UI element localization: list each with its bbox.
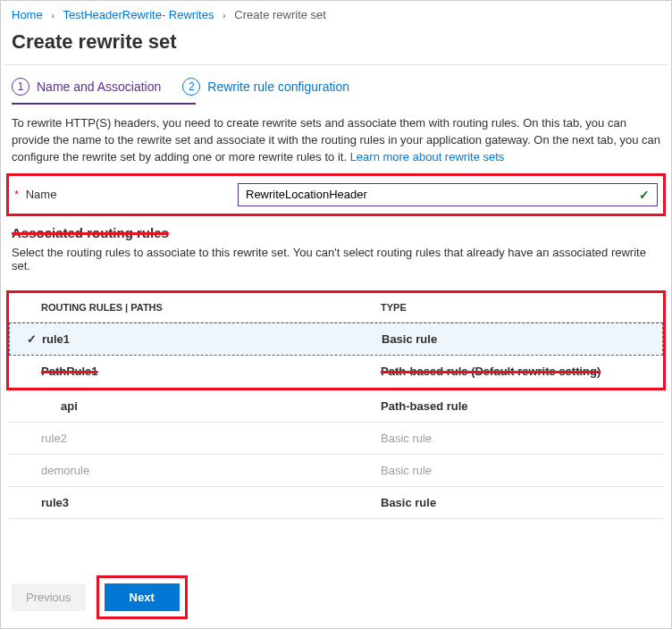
chevron-right-icon: ›: [51, 10, 55, 21]
row-type: Basic rule: [382, 332, 651, 346]
table-row-demorule[interactable]: demorule Basic rule: [9, 455, 663, 487]
name-input[interactable]: [246, 188, 639, 201]
name-highlight-box: * Name ✓: [6, 173, 666, 216]
row-name: PathRule1: [41, 365, 381, 378]
row-name: rule2: [41, 432, 381, 445]
associated-rules-title: Associated routing rules: [1, 220, 671, 246]
tabs: 1 Name and Association 2 Rewrite rule co…: [1, 65, 671, 105]
row-name: rule3: [41, 496, 381, 509]
name-field-label: * Name: [14, 188, 220, 201]
previous-button: Previous: [12, 583, 86, 611]
row-type: Basic rule: [381, 432, 652, 445]
name-label-text: Name: [26, 188, 57, 201]
page-title: Create rewrite set: [1, 29, 671, 64]
tab-label-config: Rewrite rule configuration: [207, 80, 349, 94]
required-star-icon: *: [14, 188, 19, 201]
chevron-right-icon: ›: [223, 10, 226, 21]
next-highlight-box: Next: [97, 575, 188, 619]
step-1-icon: 1: [12, 78, 29, 96]
row-type: Basic rule: [381, 464, 652, 477]
table-row-pathrule1[interactable]: PathRule1 Path-based rule (Default rewri…: [9, 356, 663, 388]
tab-rewrite-config[interactable]: 2 Rewrite rule configuration: [182, 78, 349, 96]
table-row-rule1[interactable]: ✓ rule1 Basic rule: [9, 323, 663, 356]
row-name: rule1: [42, 332, 382, 346]
description-body: To rewrite HTTP(S) headers, you need to …: [12, 116, 660, 164]
row-type: Basic rule: [381, 496, 652, 509]
rules-highlight-box: ROUTING RULES | PATHS TYPE ✓ rule1 Basic…: [6, 290, 666, 390]
valid-check-icon: ✓: [639, 188, 650, 202]
learn-more-link[interactable]: Learn more about rewrite sets: [350, 150, 505, 164]
table-row-api[interactable]: api Path-based rule: [9, 390, 663, 423]
description-text: To rewrite HTTP(S) headers, you need to …: [1, 105, 671, 166]
table-row-rule3[interactable]: rule3 Basic rule: [9, 487, 663, 519]
row-name: api: [41, 399, 381, 413]
tab-label-name: Name and Association: [37, 80, 161, 94]
rules-list-rest: api Path-based rule rule2 Basic rule dem…: [9, 390, 663, 519]
col-type-header: TYPE: [381, 302, 652, 313]
name-input-wrap[interactable]: ✓: [238, 183, 658, 206]
col-rules-header: ROUTING RULES | PATHS: [41, 302, 381, 313]
breadcrumb: Home › TestHeaderRewrite- Rewrites › Cre…: [1, 1, 671, 29]
row-name: demorule: [41, 464, 381, 477]
table-header: ROUTING RULES | PATHS TYPE: [9, 293, 663, 323]
footer: Previous Next: [1, 575, 671, 619]
breadcrumb-rewrites[interactable]: TestHeaderRewrite- Rewrites: [63, 8, 214, 21]
row-type: Path-based rule (Default rewrite setting…: [381, 365, 652, 378]
breadcrumb-home[interactable]: Home: [12, 8, 43, 21]
table-row-rule2[interactable]: rule2 Basic rule: [9, 423, 663, 455]
step-2-icon: 2: [182, 78, 200, 96]
breadcrumb-current: Create rewrite set: [234, 8, 326, 21]
row-type: Path-based rule: [381, 399, 652, 413]
tab-name-association[interactable]: 1 Name and Association: [12, 78, 161, 96]
next-button[interactable]: Next: [105, 583, 180, 611]
check-icon: ✓: [21, 332, 42, 346]
associated-rules-desc: Select the routing rules to associate to…: [1, 246, 671, 283]
